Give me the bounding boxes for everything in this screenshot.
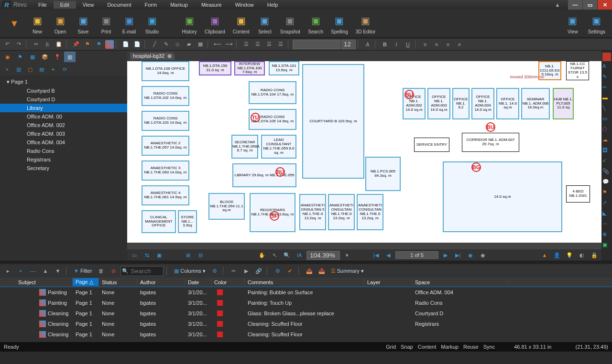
room-space[interactable]: BLOOD NB.1.THE.054 11.1 sq.m bbox=[208, 193, 245, 220]
menu-measure[interactable]: Measure bbox=[195, 1, 229, 9]
room-space[interactable]: ANAESTHETIC 2 NB.1.THE.057 14.0sq. m bbox=[142, 136, 189, 156]
move-down-button[interactable]: ▼ bbox=[53, 266, 63, 276]
room-space[interactable]: ANAESTHETI CONSULTAN NB.1.THE.0 13.2sq. … bbox=[357, 194, 383, 230]
room-space[interactable]: HUB NB.1. PLT.005 11.0 sq bbox=[553, 88, 574, 119]
status-toggle-grid[interactable]: Grid bbox=[386, 344, 396, 350]
room-space[interactable]: LIBRARY 29.8sq. m NB.1.THE.055 bbox=[232, 163, 296, 187]
panel-tab-box[interactable]: 📦 bbox=[39, 52, 51, 62]
room-space[interactable]: NB.1.DTA.156 31.0 sq. m bbox=[199, 61, 231, 75]
font-size-input[interactable] bbox=[341, 40, 356, 49]
rside-line-icon[interactable]: ╲ bbox=[602, 105, 611, 114]
ribbon-spelling[interactable]: ▣Spelling bbox=[331, 13, 348, 34]
space-link-icon[interactable]: ⟳ bbox=[59, 64, 70, 75]
tree-item[interactable]: Office ADM. 004 bbox=[0, 138, 127, 147]
text-align3-icon[interactable]: ≡ bbox=[443, 39, 453, 50]
swatch-icon[interactable] bbox=[105, 40, 114, 49]
ribbon-select[interactable]: ▣Select bbox=[257, 13, 273, 34]
rside-rect-icon[interactable]: ▭ bbox=[602, 116, 611, 124]
text-align2-icon[interactable]: ≡ bbox=[431, 39, 442, 50]
room-space[interactable]: RADIO CONS NB.1.DTA.104 17.5sq. m bbox=[249, 81, 296, 104]
doc-tool-icon[interactable]: 📄 bbox=[120, 39, 131, 50]
clear-filter-icon[interactable]: ⊘ bbox=[108, 266, 119, 276]
collapse-ribbon-icon[interactable]: ▲ bbox=[550, 0, 565, 10]
column-header[interactable]: Status bbox=[99, 278, 137, 286]
ribbon-open[interactable]: ▣Open bbox=[53, 13, 68, 34]
ribbon-settings[interactable]: ▣Settings bbox=[588, 13, 605, 34]
rside-note-icon[interactable]: 💬 bbox=[602, 179, 611, 187]
prev-page-button[interactable]: ◀ bbox=[383, 250, 393, 260]
menu-markup[interactable]: Markup bbox=[164, 1, 195, 9]
room-space[interactable]: ANAESTHETI ONSULTAN 5 NB.1.THE.0 13.2sq.… bbox=[299, 194, 326, 230]
status-toggle-sync[interactable]: Sync bbox=[483, 344, 495, 350]
column-header[interactable]: Layer bbox=[364, 278, 412, 286]
ribbon-3d-editor[interactable]: ▣3D Editor bbox=[356, 13, 376, 34]
ribbon-e-mail[interactable]: ▣E-mail bbox=[121, 13, 137, 34]
zoom-tool-icon[interactable]: 🔍 bbox=[282, 250, 292, 260]
status-toggle-content[interactable]: Content bbox=[418, 344, 437, 350]
maximize-button[interactable]: ▭ bbox=[583, 0, 597, 10]
close-tab-icon[interactable]: ⊗ bbox=[167, 53, 172, 59]
check-icon[interactable]: ✔ bbox=[285, 266, 295, 276]
status-toggle-markup[interactable]: Markup bbox=[441, 344, 459, 350]
panel-expand-icon[interactable]: ▸ bbox=[3, 266, 13, 276]
pan-tool-icon[interactable]: ✋ bbox=[257, 250, 267, 260]
document-tab[interactable]: hospital-bg32 ⊗ bbox=[130, 53, 175, 60]
ribbon-studio[interactable]: ▣Studio bbox=[144, 13, 160, 34]
profile-dropdown[interactable]: ▼ bbox=[7, 16, 22, 32]
nav-fit2-icon[interactable]: ⊟ bbox=[195, 250, 206, 260]
first-page-button[interactable]: |◀ bbox=[371, 250, 381, 260]
text-align4-icon[interactable]: ≡ bbox=[454, 39, 465, 50]
ribbon-snapshot[interactable]: ▣Snapshot bbox=[280, 13, 300, 34]
nav-bulb-icon[interactable]: 💡 bbox=[564, 250, 575, 260]
line-tool-icon[interactable]: ╱ bbox=[149, 39, 160, 50]
markup-stamp[interactable]: SF bbox=[270, 211, 279, 221]
room-space[interactable]: ANAESTHETIC 4 NB.1.THE.061 14.9sq. m bbox=[142, 185, 189, 205]
panel-tab-spaces[interactable]: ▥ bbox=[64, 52, 76, 62]
panel-tab-pin[interactable]: 📍 bbox=[52, 52, 63, 62]
room-space[interactable]: OFFICE NB.1. 8.2 bbox=[452, 88, 470, 119]
column-header[interactable]: Page △ bbox=[73, 278, 99, 286]
pen-tool-icon[interactable]: ✎ bbox=[161, 39, 171, 50]
underline-button[interactable]: U bbox=[403, 39, 413, 50]
rside-text-icon[interactable]: A bbox=[602, 63, 611, 72]
export-icon[interactable]: 📤 bbox=[304, 266, 315, 276]
apply-icon[interactable]: ⚙ bbox=[273, 266, 283, 276]
tree-item[interactable]: Library bbox=[0, 104, 127, 112]
room-space[interactable]: OFFICE NB.1. ADM.003 14.0 sq.m bbox=[427, 88, 450, 119]
cut-markup-icon[interactable]: ✂ bbox=[229, 266, 239, 276]
text-align1-icon[interactable]: ≡ bbox=[420, 39, 430, 50]
column-header[interactable]: Author bbox=[137, 278, 185, 286]
nav-user-icon[interactable]: 👤 bbox=[552, 250, 562, 260]
ribbon-content[interactable]: ▣Content bbox=[233, 13, 250, 34]
align-left-icon[interactable]: ☰ bbox=[241, 39, 251, 50]
tree-root[interactable]: ▾ Page 1 bbox=[0, 77, 127, 86]
column-header[interactable]: Comments bbox=[245, 278, 364, 286]
move-up-button[interactable]: ▲ bbox=[40, 266, 51, 276]
room-space[interactable]: NB.1.CC FURNIT STOR 13.5 s bbox=[566, 61, 589, 80]
close-button[interactable]: ✕ bbox=[598, 0, 612, 10]
column-header[interactable]: Date bbox=[185, 278, 211, 286]
zoom-dropdown-icon[interactable]: ▾ bbox=[342, 250, 352, 260]
markup-stamp[interactable]: BU bbox=[275, 167, 285, 177]
room-space[interactable]: RADIO CONS NB.1.DTA.102 14.0sq. m bbox=[142, 86, 189, 106]
align-justify-icon[interactable]: ☰ bbox=[275, 39, 286, 50]
markup-stamp[interactable]: BG bbox=[471, 162, 481, 172]
rside-highlight-icon[interactable]: ▬ bbox=[602, 95, 611, 103]
nav-continuous-icon[interactable]: ⇆ bbox=[142, 250, 152, 260]
rside-arrow-icon[interactable]: ↗ bbox=[602, 200, 611, 208]
pointer-tool-icon[interactable]: ↖ bbox=[269, 250, 280, 260]
tree-item[interactable]: Secretary bbox=[0, 164, 127, 172]
ribbon-view[interactable]: ▣View bbox=[565, 13, 580, 34]
rside-flag-icon[interactable]: ⚑ bbox=[602, 189, 611, 198]
arrow-right-icon[interactable]: ⟶ bbox=[224, 39, 234, 50]
import-icon[interactable]: 📥 bbox=[317, 266, 327, 276]
hatch-tool-icon[interactable]: ▦ bbox=[195, 39, 206, 50]
ribbon-new[interactable]: ▣New bbox=[30, 13, 45, 34]
column-header[interactable]: Space bbox=[412, 278, 508, 286]
panel-tab-thumbnails[interactable]: ◉ bbox=[2, 52, 13, 62]
next-view-button[interactable]: ◉ bbox=[478, 250, 488, 260]
copy-button[interactable]: ⎘ bbox=[42, 39, 53, 50]
ribbon-print[interactable]: ▣Print bbox=[98, 13, 114, 34]
status-toggle-snap[interactable]: Snap bbox=[401, 344, 413, 350]
room-space[interactable]: OFFICE NB.1. ADM.004 14.0 sq.m bbox=[471, 88, 494, 119]
